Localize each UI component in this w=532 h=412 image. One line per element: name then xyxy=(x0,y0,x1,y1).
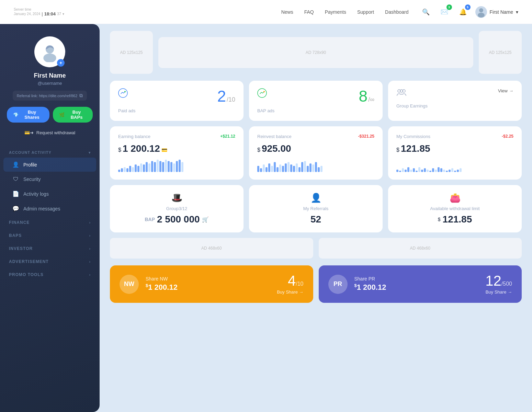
svg-point-4 xyxy=(118,89,127,98)
sidebar-user-name: First Name xyxy=(34,72,66,79)
buy-shares-button[interactable]: 💎 Buy Shares xyxy=(7,107,49,123)
share-count-0: 4/10 xyxy=(277,274,303,288)
sidebar-baps-category[interactable]: BAPS › xyxy=(0,229,100,242)
sidebar-username: @username xyxy=(37,81,62,86)
time-chevron-icon[interactable]: ▾ xyxy=(63,12,64,16)
advertisement-chevron-icon: › xyxy=(89,260,91,264)
lower-card-0: 🎩 Group3/12 BAP 2 500 000 🛒 xyxy=(110,185,244,232)
nav-faq[interactable]: FAQ xyxy=(304,9,314,15)
referral-link-text: Referral link: https://dite.com/ref/862 xyxy=(17,94,78,98)
profile-icon: 👤 xyxy=(12,161,19,168)
top-navigation: Server time January 24, 2024 | 18:04 37 … xyxy=(0,0,532,24)
svg-point-3 xyxy=(43,54,56,62)
withdrawal-icon: 💳➜ xyxy=(24,130,34,135)
ad-125-right: AD 125x125 xyxy=(479,31,522,74)
balance-card-0: Earning balance +$21.12 $1 200.12 💳 xyxy=(110,126,244,180)
messages-badge: 3 xyxy=(446,4,452,10)
lower-value-1: 52 xyxy=(310,214,321,225)
share-name-0: Share NW xyxy=(146,276,270,282)
stats-top-grid: 2 /10 Paid ads xyxy=(110,81,522,121)
svg-point-6 xyxy=(258,89,267,98)
lower-icon-0: 🎩 xyxy=(171,193,182,203)
activity-logs-icon: 📄 xyxy=(12,191,19,197)
user-avatar-small xyxy=(475,6,487,18)
view-arrow-icon: → xyxy=(509,88,513,93)
balance-card-1: Reinvest balance -$321.25 $925.00 xyxy=(249,126,383,180)
bap-ads-count: 8 xyxy=(359,88,368,104)
balance-label-2: My Commissions xyxy=(396,134,430,139)
user-menu-chevron-icon: ▾ xyxy=(516,9,518,15)
svg-point-7 xyxy=(263,91,265,92)
add-photo-button[interactable]: + xyxy=(57,59,65,67)
sidebar-investor-category[interactable]: INVESTOR › xyxy=(0,242,100,255)
messages-button[interactable]: ✉️ 3 xyxy=(438,6,451,18)
share-right-1: 12/500 Buy Share → xyxy=(485,274,512,295)
share-badge-0: NW xyxy=(120,275,139,294)
paid-ads-denom: /10 xyxy=(227,96,235,103)
bap-ads-label: BAP ads xyxy=(257,108,374,113)
lower-icon-1: 👤 xyxy=(310,193,321,203)
share-count-1: 12/500 xyxy=(485,274,512,288)
paid-ads-label: Paid ads xyxy=(118,108,235,113)
view-group-earnings-link[interactable]: View → xyxy=(498,88,513,93)
sidebar-profile-label: Profile xyxy=(23,162,37,168)
buy-share-link-1[interactable]: Buy Share → xyxy=(485,289,512,295)
share-denom-0: /10 xyxy=(296,281,303,287)
ad-468-left: AD 468x60 xyxy=(110,238,313,259)
share-right-0: 4/10 Buy Share → xyxy=(277,274,303,295)
server-time: Server time January 24, 2024 | 18:04 37 … xyxy=(14,8,64,16)
sidebar-item-profile[interactable]: 👤 Profile xyxy=(3,158,96,172)
sidebar-advertisement-category[interactable]: ADVERTISEMENT › xyxy=(0,255,100,268)
sidebar-promo-tools-category[interactable]: PROMO TOOLS › xyxy=(0,268,100,281)
group-earnings-label: Group Earnings xyxy=(396,103,513,108)
share-price-0: $1 200.12 xyxy=(146,283,270,292)
share-cards-row: NW Share NW $1 200.12 4/10 Buy Share → P… xyxy=(110,265,522,303)
search-button[interactable]: 🔍 xyxy=(420,6,432,18)
paid-ads-count: 2 xyxy=(217,88,226,104)
main-nav: News FAQ Payments Support Dashboard xyxy=(281,9,409,15)
lower-card-2: 👛 Available withdrawal limit $121.85 xyxy=(388,185,522,232)
ad-468-right: AD 468x60 xyxy=(319,238,522,259)
nav-support[interactable]: Support xyxy=(357,9,374,15)
balance-cards-grid: Earning balance +$21.12 $1 200.12 💳 Rein… xyxy=(110,126,522,180)
nav-news[interactable]: News xyxy=(281,9,293,15)
share-price-1: $1 200.12 xyxy=(354,283,479,292)
avatar-wrapper: + xyxy=(34,36,65,67)
share-denom-1: /500 xyxy=(501,281,512,287)
sidebar-action-buttons: 💎 Buy Shares 🌿 Buy BAPs xyxy=(7,107,93,123)
request-withdrawal-button[interactable]: 💳➜ Request withdrawal xyxy=(21,128,79,137)
user-menu[interactable]: First Name ▾ xyxy=(475,6,518,18)
balance-amount-0: $1 200.12 💳 xyxy=(118,143,235,154)
sidebar-finance-category[interactable]: FINANCE › xyxy=(0,216,100,229)
server-time-label: Server time xyxy=(14,8,64,11)
copy-referral-button[interactable]: ⧉ xyxy=(79,93,83,99)
lower-card-1: 👤 My Referrals 52 xyxy=(249,185,383,232)
nav-dashboard[interactable]: Dashboard xyxy=(385,9,409,15)
stat-card-paid-ads: 2 /10 Paid ads xyxy=(110,81,244,121)
buy-share-link-0[interactable]: Buy Share → xyxy=(277,289,303,295)
bap-ads-icon xyxy=(257,88,267,100)
main-content: AD 125x125 AD 728x90 AD 125x125 xyxy=(100,24,532,412)
sidebar-security-label: Security xyxy=(23,176,41,182)
nav-right-icons: 🔍 ✉️ 3 🔔 5 First Name ▾ xyxy=(420,6,518,18)
finance-chevron-icon: › xyxy=(89,221,91,225)
ad-728: AD 728x90 xyxy=(158,37,473,68)
notifications-button[interactable]: 🔔 5 xyxy=(457,6,469,18)
lower-stats-grid: 🎩 Group3/12 BAP 2 500 000 🛒 👤 My Referra… xyxy=(110,185,522,232)
paid-ads-icon xyxy=(118,88,128,100)
sidebar-item-activity-logs[interactable]: 📄 Activity logs xyxy=(3,187,96,201)
baps-chevron-icon: › xyxy=(89,234,91,238)
lower-sublabel-2: Available withdrawal limit xyxy=(430,206,479,211)
balance-change-1: -$321.25 xyxy=(358,134,374,139)
bap-ads-denom: /∞ xyxy=(368,96,374,103)
buy-baps-button[interactable]: 🌿 Buy BAPs xyxy=(53,107,93,123)
share-name-1: Share PR xyxy=(354,276,479,282)
lower-value-2: $121.85 xyxy=(438,214,472,225)
nav-payments[interactable]: Payments xyxy=(325,9,346,15)
account-activity-chevron-icon: ▾ xyxy=(89,151,91,154)
balance-label-1: Reinvest balance xyxy=(257,134,292,139)
stat-card-bap-ads: 8 /∞ BAP ads xyxy=(249,81,383,121)
referral-link-box: Referral link: https://dite.com/ref/862 … xyxy=(13,91,87,101)
sidebar-item-admin-messages[interactable]: 💬 Admin messages xyxy=(3,202,96,216)
sidebar-item-security[interactable]: 🛡 Security xyxy=(3,172,96,186)
